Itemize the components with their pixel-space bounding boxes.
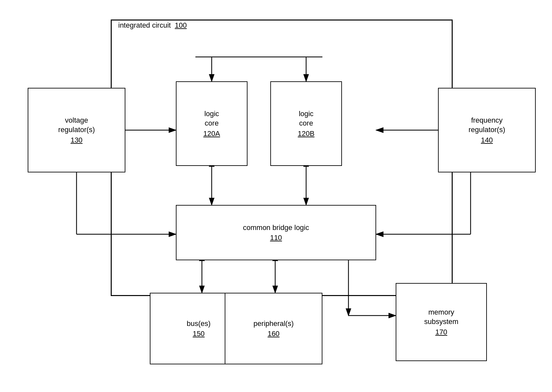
ic-label: integrated circuit 100 xyxy=(116,21,189,30)
frequency-regulator-label: frequency regulator(s) xyxy=(469,116,505,134)
ic-ref: 100 xyxy=(175,21,187,29)
common-bridge-box: common bridge logic 110 xyxy=(176,205,376,260)
memory-subsystem-ref: 170 xyxy=(435,328,447,336)
ic-title: integrated circuit xyxy=(118,21,171,29)
diagram-container: integrated circuit 100 xyxy=(0,0,552,392)
frequency-regulator-ref: 140 xyxy=(481,136,493,144)
peripherals-ref: 160 xyxy=(268,330,280,338)
common-bridge-label: common bridge logic xyxy=(243,223,309,233)
logic-core-a-label: logic core xyxy=(204,109,219,128)
voltage-regulator-label: voltage regulator(s) xyxy=(58,116,95,134)
memory-subsystem-box: memory subsystem 170 xyxy=(396,283,487,361)
peripherals-box: peripheral(s) 160 xyxy=(225,293,322,364)
buses-label: bus(es) xyxy=(187,319,210,329)
logic-core-b-ref: 120B xyxy=(298,129,314,138)
common-bridge-ref: 110 xyxy=(270,234,282,242)
logic-core-b-box: logic core 120B xyxy=(270,81,342,166)
voltage-regulator-ref: 130 xyxy=(71,136,83,144)
memory-subsystem-label: memory subsystem xyxy=(424,308,458,326)
logic-core-a-box: logic core 120A xyxy=(176,81,248,166)
logic-core-a-ref: 120A xyxy=(203,129,220,138)
voltage-regulator-box: voltage regulator(s) 130 xyxy=(28,88,125,172)
buses-ref: 150 xyxy=(193,330,205,338)
frequency-regulator-box: frequency regulator(s) 140 xyxy=(438,88,536,172)
peripherals-label: peripheral(s) xyxy=(253,319,294,329)
logic-core-b-label: logic core xyxy=(299,109,313,128)
